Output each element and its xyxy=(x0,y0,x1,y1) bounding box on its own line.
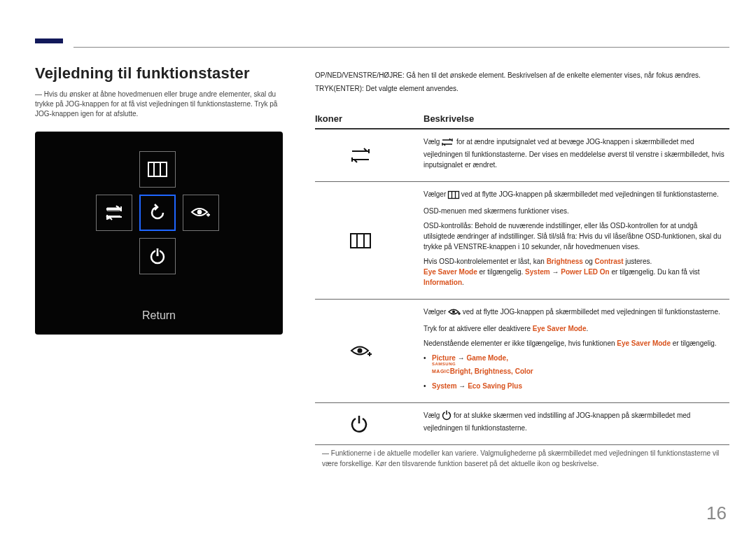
hl-picture: Picture xyxy=(432,354,456,362)
svg-point-20 xyxy=(452,311,455,314)
osd-dpad xyxy=(96,192,222,318)
inline-source-icon xyxy=(442,138,454,149)
hl-system: System xyxy=(432,382,457,390)
svg-rect-14 xyxy=(449,192,459,199)
text: , xyxy=(506,354,508,362)
text: Vælger xyxy=(424,308,448,316)
osd-down-tile xyxy=(139,238,176,274)
text: for at ændre inputsignalet ved at bevæge… xyxy=(424,138,724,169)
text: er tilgængelig. xyxy=(477,268,525,276)
hl-brightness: Brightness xyxy=(475,367,511,375)
page-number: 16 xyxy=(706,503,727,524)
hl-eye-saver: Eye Saver Mode xyxy=(424,268,477,276)
page: Vejledning til funktionstaster Hvis du ø… xyxy=(0,0,756,534)
row1-desc: Vælg for at ændre inputsignalet ved at b… xyxy=(424,136,729,174)
text: Vælg xyxy=(424,412,442,419)
inline-menu-icon xyxy=(448,191,459,202)
hl-eye-saver: Eye Saver Mode xyxy=(533,325,587,332)
intro-line-1: OP/NED/VENSTRE/HØJRE: Gå hen til det øns… xyxy=(315,70,729,80)
text: Vælger xyxy=(424,190,448,198)
osd-right-tile xyxy=(183,195,219,231)
th-icons: Ikoner xyxy=(315,113,424,124)
source-swap-icon xyxy=(350,147,371,164)
text: OSD-kontrollås: Behold de nuværende inds… xyxy=(424,220,729,252)
hl-color: Color xyxy=(515,367,533,375)
svg-point-17 xyxy=(358,348,363,353)
text: og xyxy=(583,258,595,265)
osd-center-tile xyxy=(139,195,176,231)
row1-icon-cell xyxy=(315,136,424,174)
hl-bright: Bright xyxy=(450,367,470,375)
text: Tryk for at aktivere eller deaktivere xyxy=(424,325,533,332)
left-column: Vejledning til funktionstaster Hvis du ø… xyxy=(35,64,287,335)
menu-icon xyxy=(350,233,371,248)
osd-up-tile xyxy=(139,151,176,188)
text: justeres. xyxy=(624,258,652,265)
page-title: Vejledning til funktionstaster xyxy=(35,64,287,83)
power-icon xyxy=(148,247,167,265)
osd-preview-panel: Return xyxy=(35,132,283,335)
text: . xyxy=(587,325,589,332)
hl-power-led: Power LED On xyxy=(561,268,609,276)
text: er tilgængelig. Du kan få vist xyxy=(610,268,700,276)
right-column: OP/NED/VENSTRE/HØJRE: Gå hen til det øns… xyxy=(315,70,729,469)
hl-eco-saving: Eco Saving Plus xyxy=(468,382,522,390)
osd-return-label: Return xyxy=(35,309,283,322)
hl-contrast: Contrast xyxy=(595,258,624,265)
row3-desc: Vælger ved at flytte JOG-knappen på skær… xyxy=(424,307,729,395)
return-arrow-icon xyxy=(148,203,167,223)
top-rule xyxy=(35,47,729,48)
osd-left-tile xyxy=(96,195,132,231)
svg-rect-0 xyxy=(148,162,167,176)
table-row: Vælger ved at flytte JOG-knappen på skær… xyxy=(315,300,729,403)
text: for at slukke skærmen ved indstilling af… xyxy=(424,412,690,432)
text: → xyxy=(550,268,561,276)
row4-icon-cell xyxy=(315,410,424,437)
row2-desc: Vælger ved at flytte JOG-knappen på skær… xyxy=(424,189,729,292)
row4-desc: Vælg for at slukke skærmen ved indstilli… xyxy=(424,410,729,437)
th-desc: Beskrivelse xyxy=(424,113,729,124)
intro-line-2: TRYK(ENTER): Det valgte element anvendes… xyxy=(315,83,729,94)
menu-icon xyxy=(148,162,167,177)
hl-eye-saver: Eye Saver Mode xyxy=(617,339,671,347)
text: → xyxy=(457,382,468,390)
text: Nedenstående elementer er ikke tilgængel… xyxy=(424,339,617,347)
inline-eye-icon xyxy=(448,308,461,319)
text: OSD-menuen med skærmens funktioner vises… xyxy=(424,206,729,216)
text: ved at flytte JOG-knappen på skærmbilled… xyxy=(461,308,720,316)
table-row: Vælg for at ændre inputsignalet ved at b… xyxy=(315,129,729,182)
text: ved at flytte JOG-knappen på skærmbilled… xyxy=(459,190,719,198)
table-row: Vælger ved at flytte JOG-knappen på skær… xyxy=(315,182,729,300)
svg-rect-11 xyxy=(351,234,370,248)
text: Hvis OSD-kontrolelementet er låst, kan xyxy=(424,258,547,265)
text: Vælg xyxy=(424,138,442,146)
inline-power-icon xyxy=(442,410,451,423)
power-icon xyxy=(350,415,368,433)
source-swap-icon-arrows xyxy=(105,205,123,220)
row3-icon-cell xyxy=(315,307,424,395)
table-row: Vælg for at slukke skærmen ved indstilli… xyxy=(315,403,729,445)
intro-note: Hvis du ønsker at åbne hovedmenuen eller… xyxy=(35,90,287,119)
hl-brightness: Brightness xyxy=(547,258,583,265)
row2-icon-cell xyxy=(315,189,424,292)
text: → xyxy=(456,354,467,362)
text: . xyxy=(462,279,464,286)
svg-point-4 xyxy=(197,210,202,214)
eye-saver-icon xyxy=(190,205,211,220)
hl-game-mode: Game Mode xyxy=(466,354,506,362)
eye-saver-icon xyxy=(350,344,372,359)
hl-information: Information xyxy=(424,279,462,286)
hl-system: System xyxy=(525,268,550,276)
footer-note: Funktionerne i de aktuelle modeller kan … xyxy=(315,448,729,469)
table-header: Ikoner Beskrivelse xyxy=(315,106,729,129)
text: er tilgængelig. xyxy=(671,339,717,347)
